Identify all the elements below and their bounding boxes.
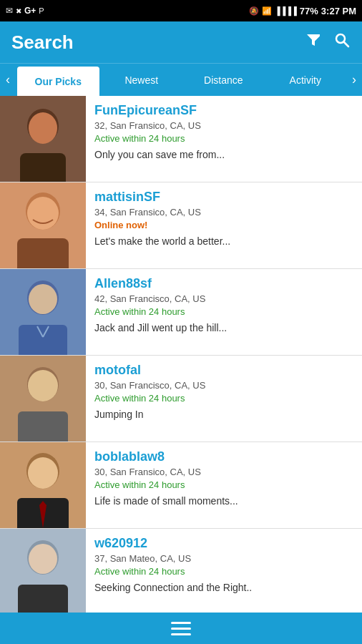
- user-info: boblablaw8 30, San Fransico, CA, US Acti…: [86, 442, 362, 528]
- user-status: Active within 24 hours: [94, 306, 353, 317]
- user-meta: 37, San Mateo, CA, US: [94, 553, 353, 564]
- svg-point-27: [29, 544, 57, 574]
- tab-left-arrow[interactable]: ‹: [0, 64, 16, 96]
- svg-point-18: [28, 370, 58, 401]
- svg-rect-28: [18, 585, 68, 615]
- svg-rect-9: [17, 238, 69, 268]
- user-tagline: Let's make the world a better...: [94, 235, 353, 247]
- status-bar: ✉ ✖ G+ P 🔕 📶 ▐▐▐▐ 77% 3:27 PM: [0, 0, 362, 21]
- battery-level: 77%: [300, 6, 318, 16]
- x-icon: ✖: [16, 7, 21, 15]
- list-item[interactable]: motofal 30, San Francisco, CA, US Active…: [0, 356, 362, 442]
- username: FunEpicureanSF: [94, 103, 353, 118]
- header-actions: [305, 31, 351, 53]
- user-meta: 42, San Francisco, CA, US: [94, 293, 353, 304]
- list-item[interactable]: Allen88sf 42, San Francisco, CA, US Acti…: [0, 269, 362, 356]
- page-title: Search: [11, 31, 74, 54]
- user-info: motofal 30, San Francisco, CA, US Active…: [86, 356, 362, 441]
- username: w620912: [94, 536, 353, 551]
- signal-icon: ▐▐▐▐: [275, 6, 297, 15]
- svg-rect-19: [18, 411, 68, 441]
- svg-rect-5: [20, 153, 66, 182]
- list-item[interactable]: FunEpicureanSF 32, San Fransico, CA, US …: [0, 96, 362, 182]
- p-icon: P: [39, 6, 44, 15]
- mute-icon: 🔕: [249, 6, 259, 16]
- user-tagline: Life is made of small moments...: [94, 495, 353, 507]
- username: Allen88sf: [94, 276, 353, 291]
- tab-bar: ‹ Our Picks Newest Distance Activity ›: [0, 63, 362, 96]
- tab-distance[interactable]: Distance: [182, 64, 265, 96]
- user-status: Active within 24 hours: [94, 566, 353, 577]
- user-info: FunEpicureanSF 32, San Fransico, CA, US …: [86, 96, 362, 182]
- avatar: [0, 442, 86, 528]
- status-left: ✉ ✖ G+ P: [6, 6, 44, 16]
- avatar: [0, 182, 86, 268]
- list-item[interactable]: boblablaw8 30, San Fransico, CA, US Acti…: [0, 442, 362, 529]
- user-list: FunEpicureanSF 32, San Fransico, CA, US …: [0, 96, 362, 615]
- user-tagline: Only you can save me from...: [94, 149, 353, 160]
- svg-point-22: [28, 457, 58, 489]
- list-item[interactable]: w620912 37, San Mateo, CA, US Active wit…: [0, 529, 362, 615]
- tab-activity[interactable]: Activity: [265, 64, 347, 96]
- user-meta: 34, San Fransico, CA, US: [94, 207, 353, 218]
- user-meta: 32, San Fransico, CA, US: [94, 120, 353, 131]
- time-display: 3:27 PM: [321, 6, 356, 16]
- user-status: Online now!: [94, 220, 353, 230]
- list-item[interactable]: mattisinSF 34, San Fransico, CA, US Onli…: [0, 182, 362, 269]
- avatar: [0, 529, 86, 615]
- svg-point-8: [27, 197, 59, 230]
- user-info: mattisinSF 34, San Fransico, CA, US Onli…: [86, 182, 362, 268]
- user-meta: 30, San Francisco, CA, US: [94, 380, 353, 391]
- user-status: Active within 24 hours: [94, 393, 353, 404]
- svg-rect-13: [19, 325, 67, 355]
- tab-newest[interactable]: Newest: [101, 64, 183, 96]
- tab-our-picks[interactable]: Our Picks: [17, 67, 99, 96]
- filter-icon[interactable]: [305, 31, 322, 53]
- svg-point-12: [29, 284, 57, 314]
- user-tagline: Jack and Jill went up the hill...: [94, 322, 353, 333]
- username: mattisinSF: [94, 190, 353, 205]
- user-info: w620912 37, San Mateo, CA, US Active wit…: [86, 529, 362, 615]
- avatar: [0, 96, 86, 182]
- user-status: Active within 24 hours: [94, 133, 353, 144]
- mail-icon: ✉: [6, 6, 13, 16]
- search-icon[interactable]: [333, 31, 351, 53]
- user-tagline: Seeking Connection and the Right..: [94, 582, 353, 593]
- svg-point-4: [29, 112, 57, 144]
- user-info: Allen88sf 42, San Francisco, CA, US Acti…: [86, 269, 362, 355]
- tab-right-arrow[interactable]: ›: [346, 64, 362, 96]
- g-icon: G+: [24, 6, 36, 16]
- username: motofal: [94, 363, 353, 378]
- avatar: [0, 356, 86, 441]
- user-status: Active within 24 hours: [94, 479, 353, 490]
- bottom-nav-bar[interactable]: [0, 613, 362, 615]
- wifi-icon: 📶: [262, 6, 272, 16]
- svg-line-1: [344, 42, 349, 47]
- status-right: 🔕 📶 ▐▐▐▐ 77% 3:27 PM: [249, 6, 356, 16]
- user-meta: 30, San Fransico, CA, US: [94, 467, 353, 477]
- user-tagline: Jumping In: [94, 409, 353, 420]
- avatar: [0, 269, 86, 355]
- app-header: Search: [0, 21, 362, 63]
- username: boblablaw8: [94, 449, 353, 464]
